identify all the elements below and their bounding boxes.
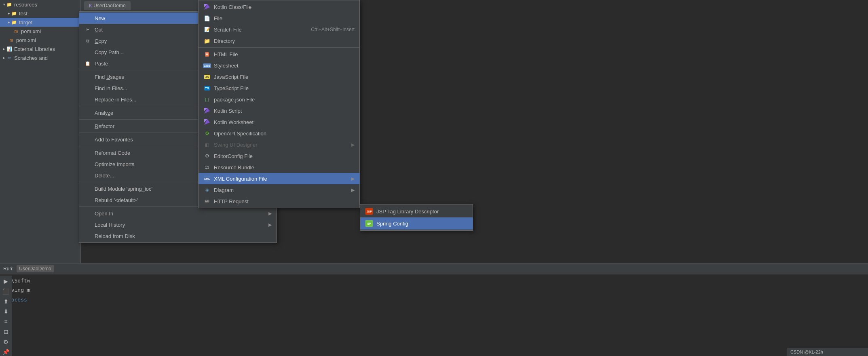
submenu-openapi[interactable]: ⚙ OpenAPI Specification [199,128,359,139]
tree-item-scratches[interactable]: ▸ ✏ Scratches and [0,53,80,62]
submenu-file[interactable]: 📄 File [199,13,359,24]
submenu-kotlin-script[interactable]: Kotlin Script [199,105,359,116]
menu-label-local-history: Local History [95,222,267,228]
submenu-resource-bundle[interactable]: 🗂 Resource Bundle [199,162,359,173]
submenu-label-editorconfig: EditorConfig File [214,153,355,159]
menu-item-open-in[interactable]: Open In ▶ [79,208,277,219]
jsp-icon: JSP [365,207,373,215]
chevron-right-icon: ▸ [3,47,5,51]
run-line-3: Process [5,295,863,304]
submenu-javascript[interactable]: JS JavaScript File [199,71,359,82]
ts-icon: TS [203,84,211,92]
xml-icon: m [13,28,19,34]
submenu-html[interactable]: H HTML File [199,48,359,60]
submenu-label-package-json: package.json File [214,97,355,103]
copy-icon: ⧉ [84,37,91,44]
submenu-stylesheet[interactable]: CSS Stylesheet [199,60,359,71]
openapi-icon: ⚙ [203,130,211,137]
directory-icon: 📁 [203,37,211,44]
xml-config-icon: XML [203,175,211,182]
arrow-icon: ▶ [351,142,355,147]
run-line-1: D:\Softw [5,276,863,285]
submenu-label-stylesheet: Stylesheet [214,63,355,69]
pkg-icon: { } [203,96,211,103]
status-text: CSDN @KL-22h [790,350,823,354]
menu-label-reload: Reload from Disk [95,233,272,239]
run-settings-button[interactable]: ⚙ [2,337,11,346]
xml-submenu-label-spring-config: Spring Config [376,221,408,227]
editorconfig-icon: ⚙ [203,152,211,160]
new-icon [84,15,91,22]
tree-item-pom1[interactable]: m pom.xml [0,27,80,36]
tree-label: test [19,11,27,17]
submenu-label-directory: Directory [214,38,355,44]
xml-submenu-jsp[interactable]: JSP JSP Tag Library Descriptor [360,205,473,217]
arrow-icon: ▶ [351,187,355,193]
xml-submenu-spring-config[interactable]: SP Spring Config [360,217,473,230]
svg-text:JSP: JSP [366,210,372,213]
submenu-swing-ui[interactable]: ◧ Swing UI Designer ▶ [199,139,359,150]
sep-new-1 [199,47,359,48]
folder-icon: 📁 [11,19,17,25]
run-scroll-down-button[interactable]: ⬇ [2,308,11,316]
reload-icon [84,232,91,240]
open-icon [84,210,91,217]
run-filter-button[interactable]: ⊟ [2,327,11,336]
run-stop-button[interactable]: ⬛ [2,287,11,296]
tree-label: pom.xml [16,37,36,43]
menu-label-open-in: Open In [95,211,267,217]
folder-icon: 📁 [11,10,17,17]
find-usages-icon [84,73,91,80]
refactor-icon [84,122,91,130]
delete-icon [84,172,91,179]
swing-icon: ◧ [203,141,211,148]
submenu-package-json[interactable]: { } package.json File [199,94,359,105]
submenu-diagram[interactable]: ◈ Diagram ▶ [199,184,359,196]
spring-icon: SP [365,219,373,228]
library-icon: 📊 [6,46,13,52]
submenu-new: Kotlin Class/File 📄 File 📝 Scratch File … [198,0,360,208]
run-label: Run: [3,266,13,272]
replace-icon [84,96,91,103]
tree-item-external-libs[interactable]: ▸ 📊 External Libraries [0,44,80,53]
find-files-icon [84,84,91,92]
run-pin-button[interactable]: 📌 [2,348,11,356]
submenu-typescript[interactable]: TS TypeScript File [199,82,359,94]
js-icon: JS [203,73,211,80]
submenu-xml-config[interactable]: XML XML Configuration File ▶ [199,173,359,184]
submenu-label-kotlin-class: Kotlin Class/File [214,4,355,10]
submenu-http-request[interactable]: API HTTP Request [199,196,359,207]
menu-item-reload[interactable]: Reload from Disk [79,230,277,242]
arrow-icon: ▶ [351,176,355,181]
tree-item-pom2[interactable]: m pom.xml [0,36,80,44]
file-icon: 📄 [203,15,211,22]
tree-item-resources[interactable]: ▾ 📁 resources [0,0,80,9]
tree-label: External Libraries [14,46,55,52]
diagram-icon: ◈ [203,186,211,194]
submenu-kotlin-worksheet[interactable]: Kotlin Worksheet [199,116,359,128]
submenu-directory[interactable]: 📁 Directory [199,35,359,46]
optimize-icon [84,160,91,168]
run-content: D:\Softw saving m Process [0,274,868,356]
build-icon [84,185,91,192]
menu-item-local-history[interactable]: Local History ▶ [79,219,277,230]
submenu-editorconfig[interactable]: ⚙ EditorConfig File [199,150,359,162]
run-scroll-up-button[interactable]: ⬆ [2,297,11,306]
tree-item-test[interactable]: ▸ 📁 test [0,9,80,18]
submenu-scratch-file[interactable]: 📝 Scratch File Ctrl+Alt+Shift+Insert [199,24,359,35]
run-play-button[interactable]: ▶ [2,277,11,286]
scratch-icon: ✏ [6,55,13,61]
tab-userdao[interactable]: K UserDaoDemo [84,1,131,10]
submenu-label-html: HTML File [214,51,355,57]
run-wrap-button[interactable]: ≡ [2,318,11,326]
analyze-icon [84,109,91,116]
tab-label: UserDaoDemo [93,3,125,8]
run-header: Run: UserDaoDemo [0,263,868,274]
css-icon: CSS [203,62,211,69]
html-icon: H [203,51,211,58]
submenu-label-file: File [214,15,355,21]
submenu-kotlin-class[interactable]: Kotlin Class/File [199,1,359,13]
tree-item-target[interactable]: ▸ 📁 target [0,18,80,27]
run-tab[interactable]: UserDaoDemo [17,265,53,272]
http-icon: API [203,198,211,205]
